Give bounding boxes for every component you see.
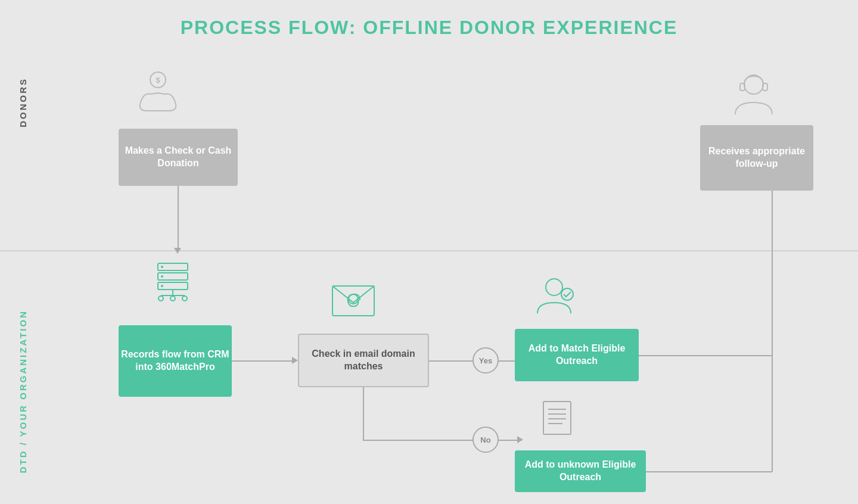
arrow-check-no-h bbox=[363, 440, 474, 441]
unknown-list-icon bbox=[533, 396, 581, 439]
lane-donors-label: DONORS bbox=[18, 77, 28, 127]
svg-point-15 bbox=[546, 279, 562, 295]
arrow-check-no-v bbox=[363, 387, 364, 441]
records-box: Records flow from CRM into 360MatchPro bbox=[119, 325, 232, 397]
title-prefix: PROCESS FLOW: bbox=[181, 17, 363, 38]
svg-rect-17 bbox=[543, 402, 571, 434]
svg-text:$: $ bbox=[156, 76, 160, 85]
donation-box: Makes a Check or Cash Donation bbox=[119, 129, 238, 186]
decision-no: No bbox=[472, 427, 499, 453]
arrow-unknown-right bbox=[646, 471, 772, 472]
svg-point-10 bbox=[158, 296, 163, 301]
unknown-eligible-box: Add to unknown Eligible Outreach bbox=[515, 450, 646, 492]
arrow-match-right bbox=[639, 355, 772, 356]
match-person-icon bbox=[527, 274, 581, 322]
svg-point-6 bbox=[161, 275, 163, 278]
crm-icon bbox=[143, 256, 203, 304]
email-icon bbox=[321, 271, 386, 325]
check-email-box: Check in email domain matches bbox=[298, 334, 429, 387]
svg-point-7 bbox=[161, 285, 163, 287]
lane-divider bbox=[0, 250, 858, 251]
arrow-no-unknown bbox=[499, 440, 520, 441]
svg-point-11 bbox=[170, 296, 175, 301]
arrow-donation-down bbox=[178, 186, 179, 250]
followup-box: Receives appropriate follow-up bbox=[700, 125, 813, 191]
arrow-right-v bbox=[772, 355, 773, 472]
page-title: PROCESS FLOW: OFFLINE DONOR EXPERIENCE bbox=[0, 0, 858, 39]
arrowhead-donation bbox=[174, 248, 181, 254]
title-highlight: OFFLINE DONOR EXPERIENCE bbox=[363, 17, 677, 38]
followup-person-icon bbox=[724, 69, 784, 122]
decision-yes: Yes bbox=[472, 347, 499, 374]
svg-point-5 bbox=[161, 266, 163, 268]
svg-point-16 bbox=[561, 288, 573, 300]
page: PROCESS FLOW: OFFLINE DONOR EXPERIENCE D… bbox=[0, 0, 858, 504]
svg-point-12 bbox=[182, 296, 187, 301]
arrowhead-records bbox=[292, 357, 298, 364]
arrowhead-no bbox=[517, 436, 523, 443]
arrow-check-yes bbox=[429, 360, 474, 362]
arrow-up-followup-v bbox=[772, 188, 773, 355]
match-eligible-box: Add to Match Eligible Outreach bbox=[515, 329, 639, 381]
donor-icon: $ bbox=[128, 69, 188, 116]
lane-org-label: DTD / YOUR ORGANIZATION bbox=[18, 310, 28, 473]
arrow-records-right bbox=[232, 360, 294, 362]
